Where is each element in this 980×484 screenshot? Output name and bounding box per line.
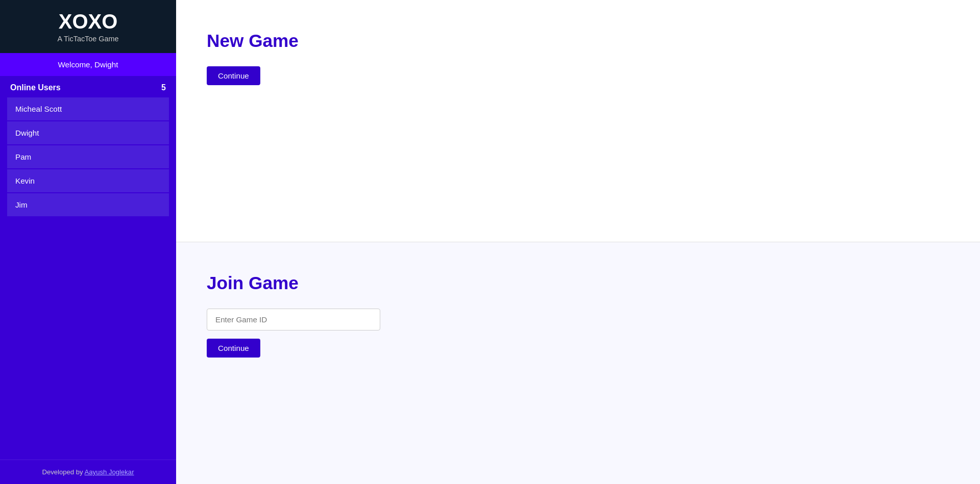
sidebar-header: XOXO A TicTacToe Game — [0, 0, 176, 53]
online-users-header: Online Users 5 — [0, 76, 176, 97]
sidebar-footer: Developed by Aayush Joglekar — [0, 460, 176, 484]
sidebar: XOXO A TicTacToe Game Welcome, Dwight On… — [0, 0, 176, 484]
footer-text: Developed by — [42, 468, 84, 476]
game-id-input[interactable] — [207, 309, 380, 330]
new-game-continue-button[interactable]: Continue — [207, 66, 260, 85]
new-game-section: New Game Continue — [176, 0, 980, 242]
list-item[interactable]: Micheal Scott — [7, 97, 169, 120]
app-subtitle: A TicTacToe Game — [10, 35, 166, 43]
list-item[interactable]: Jim — [7, 193, 169, 216]
join-game-continue-button[interactable]: Continue — [207, 339, 260, 358]
developer-link[interactable]: Aayush Joglekar — [85, 468, 134, 476]
welcome-message: Welcome, Dwight — [0, 53, 176, 76]
list-item[interactable]: Pam — [7, 145, 169, 168]
new-game-title: New Game — [207, 31, 949, 51]
list-item[interactable]: Dwight — [7, 121, 169, 144]
online-users-label: Online Users — [10, 83, 61, 92]
join-game-section: Join Game Continue — [176, 242, 980, 484]
main-content: New Game Continue Join Game Continue — [176, 0, 980, 484]
list-item[interactable]: Kevin — [7, 169, 169, 192]
app-logo: XOXO — [10, 10, 166, 33]
online-count-badge: 5 — [161, 83, 166, 92]
join-game-title: Join Game — [207, 273, 949, 293]
user-list: Micheal ScottDwightPamKevinJim — [0, 97, 176, 460]
